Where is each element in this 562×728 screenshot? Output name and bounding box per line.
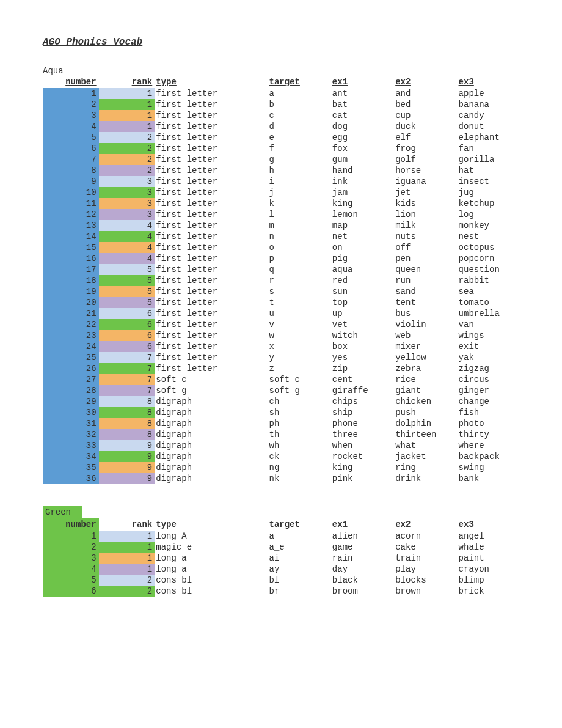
cell-example: lemon (330, 209, 393, 220)
cell-example: swing (456, 462, 519, 473)
cell-example: witch (330, 330, 393, 341)
cell-rank: 1 (99, 121, 155, 132)
cell-example: iguana (393, 176, 456, 187)
table-row: 113first letterkkingkidsketchup (43, 198, 519, 209)
cell-target: f (267, 143, 330, 154)
cell-type: first letter (155, 99, 266, 110)
cell-type: digraph (155, 407, 266, 418)
cell-example: hand (330, 165, 393, 176)
cell-type: first letter (155, 264, 266, 275)
cell-number: 3 (43, 110, 99, 121)
cell-rank: 4 (99, 231, 155, 242)
cell-example: insect (456, 176, 519, 187)
cell-example: blocks (393, 575, 456, 586)
table-row: 103first letterjjamjetjug (43, 187, 519, 198)
cell-example: web (393, 330, 456, 341)
cell-rank: 6 (99, 319, 155, 330)
cell-example: change (456, 396, 519, 407)
cell-rank: 7 (99, 374, 155, 385)
cell-target: q (267, 264, 330, 275)
column-header: ex1 (330, 76, 393, 88)
cell-example: banana (456, 99, 519, 110)
column-header: rank (99, 518, 155, 531)
cell-rank: 6 (99, 341, 155, 352)
cell-example: ketchup (456, 198, 519, 209)
table-row: 318digraphphphonedolphinphoto (43, 418, 519, 429)
cell-example: question (456, 264, 519, 275)
cell-target: y (267, 352, 330, 363)
cell-type: first letter (155, 297, 266, 308)
cell-rank: 5 (99, 275, 155, 286)
cell-example: fan (456, 143, 519, 154)
cell-number: 13 (43, 220, 99, 231)
cell-example: fish (456, 407, 519, 418)
table-row: 21first letterbbatbedbanana (43, 99, 519, 110)
column-header: target (267, 76, 330, 88)
cell-number: 28 (43, 385, 99, 396)
cell-example: cake (393, 542, 456, 553)
cell-example: up (330, 308, 393, 319)
table-row: 205first letterttoptenttomato (43, 297, 519, 308)
cell-example: ant (330, 88, 393, 99)
cell-number: 1 (43, 531, 99, 542)
table-row: 287soft gsoft ggiraffegiantginger (43, 385, 519, 396)
cell-number: 20 (43, 297, 99, 308)
cell-example: king (330, 462, 393, 473)
cell-number: 5 (43, 575, 99, 586)
cell-number: 8 (43, 165, 99, 176)
cell-number: 22 (43, 319, 99, 330)
table-row: 164first letterppigpenpopcorn (43, 253, 519, 264)
cell-rank: 9 (99, 451, 155, 462)
cell-example: kids (393, 198, 456, 209)
cell-example: jacket (393, 451, 456, 462)
cell-type: first letter (155, 110, 266, 121)
table-row: 62cons blbrbroombrownbrick (43, 586, 519, 597)
cell-example: cat (330, 110, 393, 121)
cell-type: first letter (155, 319, 266, 330)
cell-example: cup (393, 110, 456, 121)
cell-type: first letter (155, 330, 266, 341)
column-header: type (155, 76, 266, 88)
cell-example: hat (456, 165, 519, 176)
cell-example: monkey (456, 220, 519, 231)
table-row: 52first lettereeggelfelephant (43, 132, 519, 143)
cell-rank: 3 (99, 209, 155, 220)
page-title: AGO Phonics Vocab (43, 37, 519, 48)
table-row: 185first letterrredrunrabbit (43, 275, 519, 286)
cell-target: j (267, 187, 330, 198)
cell-target: p (267, 253, 330, 264)
cell-type: soft c (155, 374, 266, 385)
cell-rank: 1 (99, 542, 155, 553)
cell-example: popcorn (456, 253, 519, 264)
table-row: 349digraphckrocketjacketbackpack (43, 451, 519, 462)
cell-type: digraph (155, 462, 266, 473)
vocab-table: numberranktypetargetex1ex2ex311long Aaal… (43, 518, 519, 597)
cell-target: ng (267, 462, 330, 473)
cell-example: paint (456, 553, 519, 564)
cell-target: ck (267, 451, 330, 462)
cell-example: octopus (456, 242, 519, 253)
column-header: ex3 (456, 76, 519, 88)
cell-number: 14 (43, 231, 99, 242)
cell-rank: 4 (99, 242, 155, 253)
cell-example: duck (393, 121, 456, 132)
cell-type: long a (155, 553, 266, 564)
cell-number: 9 (43, 176, 99, 187)
cell-type: soft g (155, 385, 266, 396)
cell-example: sea (456, 286, 519, 297)
column-header: target (267, 518, 330, 531)
cell-target: th (267, 429, 330, 440)
cell-example: box (330, 341, 393, 352)
cell-target: s (267, 286, 330, 297)
cell-target: t (267, 297, 330, 308)
cell-example: jet (393, 187, 456, 198)
cell-target: soft g (267, 385, 330, 396)
cell-type: first letter (155, 143, 266, 154)
cell-example: king (330, 198, 393, 209)
table-row: 298digraphchchipschickenchange (43, 396, 519, 407)
cell-example: run (393, 275, 456, 286)
cell-type: first letter (155, 132, 266, 143)
cell-target: ph (267, 418, 330, 429)
table-row: 339digraphwhwhenwhatwhere (43, 440, 519, 451)
cell-rank: 8 (99, 429, 155, 440)
